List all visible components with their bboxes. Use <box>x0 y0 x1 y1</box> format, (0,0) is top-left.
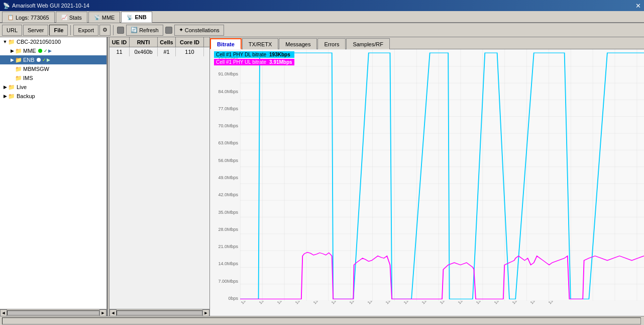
table-scroll-left[interactable]: ◄ <box>110 309 117 316</box>
url-button[interactable]: URL <box>2 25 22 36</box>
refresh-icon: 🔄 <box>131 27 138 33</box>
legend-ul-value: 3.91Mbps <box>269 59 292 65</box>
status-green-enb <box>37 58 41 62</box>
x-label: 13:10:55.000 <box>294 301 314 305</box>
top-tab-enb[interactable]: 📡ENB <box>121 12 152 23</box>
tree-root-live[interactable]: ▶ 📁 Live <box>0 83 106 92</box>
cbc-label: CBC-2021050100 <box>17 39 61 45</box>
arrow-icon-live: ▶ <box>2 85 8 90</box>
folder-icon-mme: 📁 <box>15 48 22 54</box>
enb-label: ENB <box>23 57 35 63</box>
subtab-samplesrf[interactable]: Samples/RF <box>346 38 390 49</box>
tab-icon-enb: 📡 <box>127 15 133 20</box>
cell-ue-id: 11 <box>110 47 130 56</box>
top-tabbar: 📋Logs: 773065📈Stats📡MME📡ENB <box>0 11 644 23</box>
radio-indicator <box>117 27 124 34</box>
toolbar-icon-1[interactable]: ⚙ <box>99 25 111 36</box>
y-label: 84.0Mbps <box>210 89 240 94</box>
x-label: 13:12:00.000 <box>529 301 549 305</box>
folder-icon-ims: 📁 <box>15 75 22 82</box>
y-label: 70.0Mbps <box>210 123 240 128</box>
arrow-icon-backup: ▶ <box>2 94 8 99</box>
play-icon-mme[interactable]: ▶ <box>48 48 52 53</box>
refresh-button[interactable]: 🔄 Refresh <box>126 25 163 36</box>
check-icon-mme: ✓ <box>44 48 48 53</box>
server-button[interactable]: Server <box>23 25 48 36</box>
arrow-icon: ▶ <box>9 48 15 53</box>
folder-icon-live: 📁 <box>8 84 15 91</box>
scroll-left-btn[interactable]: ◄ <box>0 309 7 316</box>
mbmsgw-label: MBMSGW <box>23 66 49 72</box>
x-label: 13:11:05.000 <box>331 301 350 305</box>
subtab-bitrate[interactable]: Bitrate <box>210 38 242 49</box>
subtab-txretx[interactable]: TX/RETX <box>242 38 278 49</box>
chart-legend: Cell #1 PHY DL bitrate 193Kbps Cell #1 P… <box>214 51 294 65</box>
chart-svg <box>240 49 644 301</box>
y-label: 14.0Mbps <box>210 261 240 266</box>
x-label: 13:12:05.000 <box>548 301 567 305</box>
sidebar-item-mme[interactable]: ▶ 📁 MME ✓ ▶ <box>0 46 106 55</box>
sidebar-scrollbar[interactable]: ◄ ► <box>0 309 106 316</box>
x-label: 13:11:45.000 <box>475 301 495 305</box>
scroll-right-btn[interactable]: ► <box>99 309 106 316</box>
y-label: 42.0Mbps <box>210 192 240 197</box>
subtab-messages[interactable]: Messages <box>279 38 317 49</box>
y-label: 63.0Mbps <box>210 140 240 145</box>
radio-indicator-2 <box>165 27 172 34</box>
cell-cells: #1 <box>158 47 176 56</box>
arrow-icon: ▼ <box>2 39 8 44</box>
y-label: 35.0Mbps <box>210 210 240 215</box>
x-label: 13:11:00.000 <box>312 301 332 305</box>
tree-root-cbc[interactable]: ▼ 📁 CBC-2021050100 <box>0 37 106 46</box>
right-panel: BitrateTX/RETXMessagesErrorsSamples/RF C… <box>210 37 644 316</box>
play-icon-enb[interactable]: ▶ <box>47 57 50 62</box>
tab-icon-mme: 📡 <box>94 15 100 20</box>
export-button[interactable]: Export <box>73 25 98 36</box>
ims-label: IMS <box>23 75 33 81</box>
constellation-icon: ✦ <box>179 27 183 33</box>
tab-icon-stats: 📈 <box>61 15 67 20</box>
folder-icon-enb: 📁 <box>15 57 22 63</box>
scroll-track <box>7 310 99 315</box>
cell-rnti: 0x460b <box>130 47 158 56</box>
tree-root-backup[interactable]: ▶ 📁 Backup <box>0 92 106 101</box>
separator-2 <box>113 25 114 35</box>
constellations-button[interactable]: ✦ Constellations <box>174 25 224 36</box>
live-label: Live <box>17 84 27 90</box>
y-label: 49.0Mbps <box>210 175 240 180</box>
y-axis-labels: 98.0Mbps91.0Mbps84.0Mbps77.0Mbps70.0Mbps… <box>210 49 240 316</box>
x-label: 13:11:55.000 <box>511 301 531 305</box>
x-label: 13:11:10.000 <box>349 301 368 305</box>
app-title: Amarisoft Web GUI 2021-10-14 <box>12 3 89 9</box>
chart-area: Cell #1 PHY DL bitrate 193Kbps Cell #1 P… <box>210 49 644 316</box>
app-icon: 📡 <box>3 3 10 9</box>
table-scrollbar[interactable]: ◄ ► <box>110 309 209 316</box>
top-tab-mme[interactable]: 📡MME <box>88 12 121 23</box>
arrow-icon-enb: ▶ <box>9 57 15 62</box>
legend-ul-label: Cell #1 PHY UL bitrate <box>216 59 266 65</box>
table-scroll-right[interactable]: ► <box>202 309 209 316</box>
sidebar-item-mbmsgw[interactable]: ▶ 📁 MBMSGW <box>0 64 106 73</box>
tab-icon-logs: 📋 <box>8 15 14 20</box>
sidebar-item-ims[interactable]: ▶ 📁 IMS <box>0 73 106 83</box>
file-button[interactable]: File <box>49 25 68 36</box>
top-tab-stats[interactable]: 📈Stats <box>56 12 87 23</box>
table-row[interactable]: 11 0x460b #1 110 <box>110 47 209 56</box>
x-label: 13:10:45.000 <box>258 301 278 305</box>
y-label: 7.00Mbps <box>210 279 240 284</box>
backup-label: Backup <box>17 93 35 99</box>
col-rnti: RNTI <box>130 37 158 47</box>
legend-ul: Cell #1 PHY UL bitrate 3.91Mbps <box>214 59 294 65</box>
subtab-errors[interactable]: Errors <box>317 38 346 49</box>
sidebar-item-enb[interactable]: ▶ 📁 ENB ✓ ▶ <box>0 55 106 64</box>
y-label: 21.0Mbps <box>210 244 240 249</box>
y-label: 0bps <box>210 296 240 301</box>
statusbar <box>0 316 644 325</box>
folder-icon-backup: 📁 <box>8 93 15 100</box>
x-label: 13:10:50.000 <box>276 301 296 305</box>
top-tab-logs[interactable]: 📋Logs: 773065 <box>2 12 55 23</box>
sidebar: ▼ 📁 CBC-2021050100 ▶ 📁 MME ✓ ▶ ▶ 📁 ENB ✓ <box>0 37 108 101</box>
close-btn[interactable]: ✕ <box>635 2 641 10</box>
x-label: 13:11:20.000 <box>385 301 404 305</box>
legend-dl-value: 193Kbps <box>269 52 290 57</box>
